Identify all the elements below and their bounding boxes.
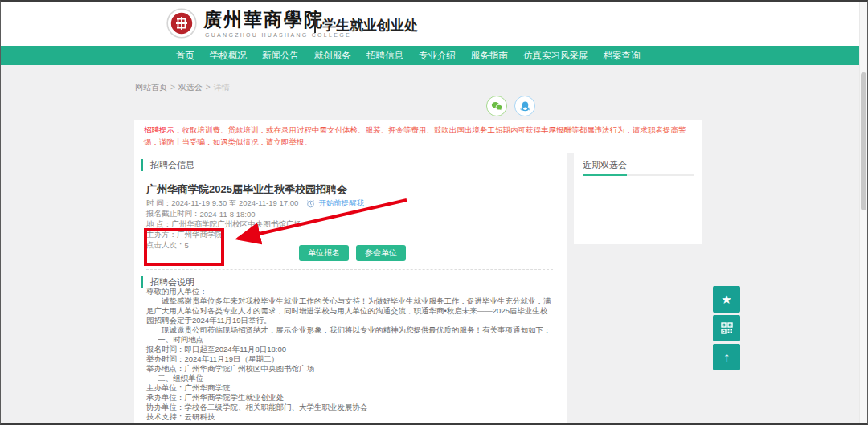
upcoming-fairs-panel: 近期双选会 xyxy=(574,153,702,244)
qrcode-icon xyxy=(721,322,733,334)
event-description: 尊敬的用人单位： 诚挚感谢贵单位多年来对我校毕业生就业工作的关心与支持！为做好毕… xyxy=(146,287,553,425)
breadcrumb-section[interactable]: 双选会 xyxy=(178,83,203,92)
time-value: 2024-11-19 9:30 至 2024-11-19 17:00 xyxy=(171,198,298,209)
description-line: 一、时间地点 xyxy=(146,335,553,345)
event-deadline-row: 报名截止时间： 2024-11-8 18:00 xyxy=(146,209,364,219)
section-title-text: 招聘会信息 xyxy=(150,159,194,171)
remind-me-link[interactable]: 开始前提醒我 xyxy=(318,198,364,209)
nav-item-news[interactable]: 新闻公告 xyxy=(262,50,299,62)
time-label: 时 间： xyxy=(146,198,171,209)
alarm-clock-icon xyxy=(306,199,315,208)
upcoming-fairs-title: 近期双选会 xyxy=(583,159,627,171)
deadline-label: 报名截止时间： xyxy=(146,209,200,219)
breadcrumb: 网站首页>双选会>详情 xyxy=(135,82,230,93)
description-line: 尊敬的用人单位： xyxy=(146,287,553,296)
event-meta: 时 间： 2024-11-19 9:30 至 2024-11-19 17:00 … xyxy=(146,198,364,251)
qq-icon xyxy=(518,100,532,113)
deadline-value: 2024-11-8 18:00 xyxy=(200,210,256,219)
qrcode-button[interactable] xyxy=(713,315,740,341)
panel-underline-accent xyxy=(583,174,627,176)
breadcrumb-separator: > xyxy=(206,83,211,92)
description-line: 现诚邀贵公司莅临现场招贤纳才，展示企业形象，我们将以专业的精神为您提供最优质的服… xyxy=(146,325,553,335)
host-label: 主办方： xyxy=(146,230,177,240)
nav-item-recruitment-info[interactable]: 招聘信息 xyxy=(366,50,403,62)
description-line: 报名时间：即日起至2024年11月8日18:00 xyxy=(146,345,553,354)
place-value: 广州华商学院广州校区中央图书馆广场 xyxy=(171,219,301,230)
recruitment-warning-banner: 招聘提示：收取培训费、贷款培训，或在录用过程中需支付体检、服装、押金等费用、鼓吹… xyxy=(134,120,702,153)
nav-item-internship-showcase[interactable]: 仿真实习风采展 xyxy=(523,50,588,62)
nav-item-employment-services[interactable]: 就创服务 xyxy=(314,50,351,62)
nav-item-archive-query[interactable]: 档案查询 xyxy=(604,50,641,62)
scrollbar-thumb[interactable] xyxy=(861,72,866,210)
description-line: 三、参会单位要求 xyxy=(146,422,553,425)
nav-item-home[interactable]: 首页 xyxy=(176,50,194,62)
warning-label: 招聘提示： xyxy=(144,125,182,134)
share-buttons xyxy=(486,96,535,116)
description-line: 举办时间：2024年11月19日（星期二） xyxy=(146,354,553,364)
main-nav: 首页 学校概况 新闻公告 就创服务 招聘信息 专业介绍 服务指南 仿真实习风采展… xyxy=(1,46,867,65)
star-icon: ★ xyxy=(721,292,731,307)
event-info-card: 招聘会信息 广州华商学院2025届毕业生秋季校园招聘会 时 间： 2024-11… xyxy=(134,153,567,425)
breadcrumb-separator: > xyxy=(170,83,175,92)
event-title: 广州华商学院2025届毕业生秋季校园招聘会 xyxy=(146,182,347,197)
breadcrumb-home[interactable]: 网站首页 xyxy=(135,83,167,92)
description-line: 主办单位：广州华商学院 xyxy=(146,383,553,393)
scrollbar xyxy=(859,2,867,423)
event-actions: 单位报名 参会单位 xyxy=(299,245,406,261)
description-line: 技术支持：云研科技 xyxy=(146,412,553,422)
nav-item-major-intro[interactable]: 专业介绍 xyxy=(419,50,456,62)
clicks-value: 5 xyxy=(185,241,189,250)
wechat-icon xyxy=(490,100,504,113)
section-accent-bar xyxy=(141,159,143,171)
department-name: 学生就业创业处 xyxy=(322,16,418,35)
back-to-top-button[interactable]: ↑ xyxy=(713,344,740,370)
site-header: 廣州華商學院 GUANGZHOU HUASHANG COLLEGE 学生就业创业… xyxy=(1,2,867,46)
host-value: 广州华商学院 xyxy=(177,230,223,240)
nav-item-service-guide[interactable]: 服务指南 xyxy=(471,50,508,62)
section-title-event-info: 招聘会信息 xyxy=(141,159,194,171)
panel-underline xyxy=(583,174,694,176)
description-line: 举办地点：广州华商学院广州校区中央图书馆广场 xyxy=(146,364,553,374)
unit-register-button[interactable]: 单位报名 xyxy=(299,245,349,261)
floating-toolbar: ★ ↑ xyxy=(713,286,740,370)
wechat-share-button[interactable] xyxy=(486,96,507,116)
description-line: 诚挚感谢贵单位多年来对我校毕业生就业工作的关心与支持！为做好毕业生就业服务工作，… xyxy=(146,296,553,325)
nav-item-school-overview[interactable]: 学校概况 xyxy=(210,50,247,62)
description-line: 承办单位：广州华商学院学生就业创业处 xyxy=(146,393,553,403)
page: 廣州華商學院 GUANGZHOU HUASHANG COLLEGE 学生就业创业… xyxy=(0,0,868,425)
section-accent-bar xyxy=(141,276,143,288)
place-label: 地 点： xyxy=(146,219,171,230)
attendee-units-button[interactable]: 参会单位 xyxy=(356,245,406,261)
event-time-row: 时 间： 2024-11-19 9:30 至 2024-11-19 17:00 … xyxy=(146,198,364,209)
school-logo xyxy=(166,8,197,39)
description-line: 协办单位：学校各二级学院、相关职能部门、大学生职业发展协会 xyxy=(146,403,553,412)
clicks-label: 点击人次： xyxy=(146,240,185,251)
event-host-row: 主办方： 广州华商学院 xyxy=(146,230,364,240)
warning-text: 收取培训费、贷款培训，或在录用过程中需支付体检、服装、押金等费用、鼓吹出国出境务… xyxy=(144,125,686,146)
qq-share-button[interactable] xyxy=(514,96,535,116)
header-divider xyxy=(314,14,316,33)
school-seal-icon xyxy=(166,8,197,39)
description-line: 二、组织单位 xyxy=(146,374,553,383)
event-place-row: 地 点： 广州华商学院广州校区中央图书馆广场 xyxy=(146,219,364,230)
breadcrumb-current: 详情 xyxy=(214,83,230,92)
up-arrow-icon: ↑ xyxy=(723,350,730,365)
nav-items: 首页 学校概况 新闻公告 就创服务 招聘信息 专业介绍 服务指南 仿真实习风采展… xyxy=(176,46,641,65)
favorite-button[interactable]: ★ xyxy=(713,286,740,313)
section-divider xyxy=(146,269,553,270)
school-name: 廣州華商學院 xyxy=(203,7,324,32)
